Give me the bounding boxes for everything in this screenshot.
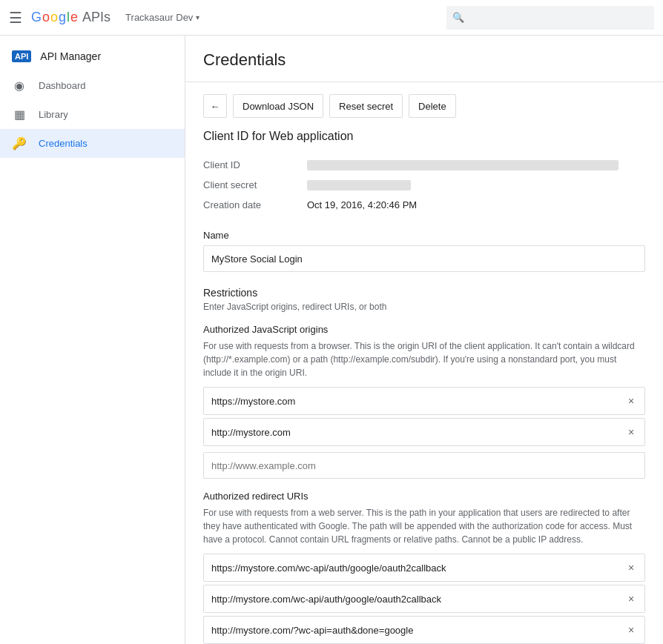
client-id-value [307, 160, 619, 170]
search-input[interactable] [470, 12, 648, 23]
redirect-uri-entry-0: × [203, 554, 645, 582]
js-origins-title: Authorized JavaScript origins [203, 324, 645, 335]
name-label: Name [203, 230, 645, 241]
redirect-uri-input-0[interactable] [204, 554, 618, 581]
topbar: ☰ Google APIs Trackasaur Dev ▾ 🔍 [0, 0, 663, 36]
client-secret-row: Client secret [203, 175, 645, 195]
client-id-label: Client ID [203, 159, 307, 170]
sidebar: API API Manager ◉ Dashboard ▦ Library 🔑 … [0, 36, 185, 644]
client-id-row: Client ID [203, 155, 645, 175]
menu-icon[interactable]: ☰ [9, 9, 22, 27]
creation-date-row: Creation date Oct 19, 2016, 4:20:46 PM [203, 195, 645, 215]
creation-date-value: Oct 19, 2016, 4:20:46 PM [307, 199, 417, 210]
sidebar-item-library[interactable]: ▦ Library [0, 100, 185, 129]
sidebar-item-credentials-label: Credentials [39, 138, 88, 149]
name-field-section: Name [203, 230, 645, 272]
project-name: Trackasaur Dev [125, 12, 193, 23]
js-origin-input-0[interactable] [204, 388, 618, 414]
redirect-uris-section: Authorized redirect URIs For use with re… [203, 491, 645, 644]
sidebar-item-dashboard[interactable]: ◉ Dashboard [0, 71, 185, 100]
api-manager-label: API Manager [40, 50, 101, 62]
topbar-logo: Google APIs [31, 10, 110, 25]
info-table: Client ID Client secret Creation date Oc… [203, 155, 645, 215]
back-icon: ← [211, 101, 220, 112]
js-origin-remove-0[interactable]: × [618, 388, 644, 414]
credentials-icon: 🔑 [12, 136, 27, 150]
redirect-uris-desc: For use with requests from a web server.… [203, 506, 645, 546]
download-json-button[interactable]: Download JSON [233, 94, 323, 118]
dashboard-icon: ◉ [12, 79, 27, 93]
restrictions-subtitle: Enter JavaScript origins, redirect URIs,… [203, 302, 645, 312]
google-logo: Google [31, 10, 78, 25]
js-origin-new-input[interactable] [203, 452, 645, 479]
redirect-uris-title: Authorized redirect URIs [203, 491, 645, 502]
js-origin-input-1[interactable] [204, 419, 618, 445]
content-area: Credentials ← Download JSON Reset secret… [185, 36, 663, 644]
js-origin-entry-0: × [203, 387, 645, 415]
redirect-uri-remove-2[interactable]: × [618, 617, 644, 643]
search-bar: 🔍 [446, 6, 654, 30]
api-icon: API [12, 50, 31, 62]
restrictions-title: Restrictions [203, 287, 645, 299]
sidebar-header: API API Manager [0, 42, 185, 71]
redirect-uri-input-2[interactable] [204, 617, 618, 643]
js-origins-section: Authorized JavaScript origins For use wi… [203, 324, 645, 479]
back-button[interactable]: ← [203, 94, 227, 118]
delete-button[interactable]: Delete [409, 94, 456, 118]
client-id-title: Client ID for Web application [203, 130, 645, 143]
js-origin-remove-1[interactable]: × [618, 419, 644, 445]
search-icon: 🔍 [452, 12, 464, 23]
client-secret-label: Client secret [203, 179, 307, 190]
sidebar-item-library-label: Library [39, 109, 68, 120]
redirect-uri-remove-1[interactable]: × [618, 585, 644, 612]
js-origin-entry-1: × [203, 418, 645, 446]
library-icon: ▦ [12, 107, 27, 122]
project-selector[interactable]: Trackasaur Dev ▾ [125, 12, 199, 23]
creation-date-label: Creation date [203, 199, 307, 210]
name-input[interactable] [203, 245, 645, 272]
sidebar-item-dashboard-label: Dashboard [39, 80, 86, 91]
sidebar-item-credentials[interactable]: 🔑 Credentials [0, 129, 185, 158]
redirect-uri-input-1[interactable] [204, 585, 618, 612]
reset-secret-button[interactable]: Reset secret [329, 94, 403, 118]
toolbar: ← Download JSON Reset secret Delete [185, 82, 663, 130]
form-section: Client ID for Web application Client ID … [185, 130, 663, 644]
js-origins-desc: For use with requests from a browser. Th… [203, 339, 645, 379]
client-secret-value [307, 180, 411, 190]
restrictions-section: Restrictions Enter JavaScript origins, r… [203, 287, 645, 644]
redirect-uri-entry-2: × [203, 616, 645, 644]
content-header: Credentials [185, 36, 663, 82]
apis-label: APIs [82, 10, 110, 25]
redirect-uri-entry-1: × [203, 585, 645, 613]
redirect-uri-remove-0[interactable]: × [618, 554, 644, 581]
main-layout: API API Manager ◉ Dashboard ▦ Library 🔑 … [0, 36, 663, 644]
project-dropdown-icon: ▾ [196, 13, 199, 21]
page-title: Credentials [203, 50, 645, 70]
